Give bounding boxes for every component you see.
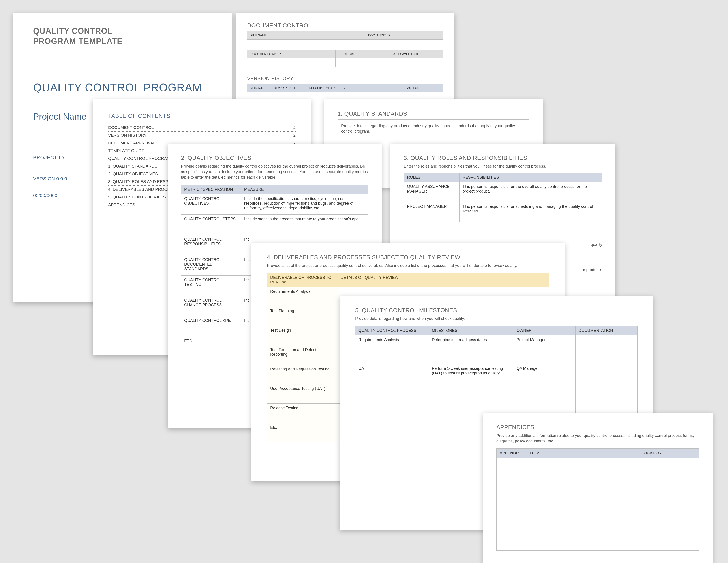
table-row [497, 504, 699, 520]
table-row [497, 489, 699, 504]
appendices-desc: Provide any additional information relat… [496, 433, 699, 444]
th-vh-desc: DESCRIPTION OF CHANGE [306, 84, 404, 92]
th-measure: MEASURE [241, 185, 368, 194]
th-milestone: OWNER [513, 326, 575, 336]
roles-title: 3. QUALITY ROLES AND RESPONSIBILITIES [404, 154, 602, 161]
table-row [497, 458, 699, 473]
cover-title-line1: QUALITY CONTROL [33, 26, 212, 36]
th-vh-author: AUTHOR [404, 84, 443, 92]
th-resp: RESPONSIBILITIES [459, 173, 602, 182]
th-roles: ROLES [404, 173, 460, 182]
th-appendix: ITEM [527, 449, 638, 458]
table-row: QUALITY ASSURANCE MANAGERThis person is … [404, 182, 602, 202]
table-row: QUALITY CONTROL STEPSInclude steps in th… [181, 214, 368, 235]
objectives-desc: Provide details regarding the quality co… [181, 164, 368, 180]
th-doc-id: DOCUMENT ID [365, 31, 443, 39]
doc-control-table-2: DOCUMENT OWNER ISSUE DATE LAST SAVED DAT… [247, 50, 443, 67]
appendices-table: APPENDIXITEMLOCATION [496, 448, 699, 551]
table-row [497, 473, 699, 489]
cover-heading: QUALITY CONTROL PROGRAM [33, 81, 212, 94]
cover-title-line2: PROGRAM TEMPLATE [33, 37, 212, 46]
th-owner: DOCUMENT OWNER [247, 50, 336, 58]
th-issue: ISSUE DATE [336, 50, 388, 58]
roles-desc: Enter the roles and responsibilities tha… [404, 164, 602, 169]
doc-control-table-1: FILE NAME DOCUMENT ID [247, 31, 443, 48]
deliverables-desc: Provide a list of the project or product… [267, 263, 549, 268]
th-saved: LAST SAVED DATE [388, 50, 443, 58]
th-del-1: DELIVERABLE OR PROCESS TO REVIEW [267, 273, 338, 287]
th-del-2: DETAILS OF QUALITY REVIEW [338, 273, 549, 287]
milestones-desc: Provide details regarding how and when y… [355, 316, 638, 322]
toc-item: VERSION HISTORY2 [108, 132, 296, 139]
toc-item: DOCUMENT CONTROL2 [108, 124, 296, 132]
table-row: UATPerform 1-week user acceptance testin… [355, 364, 638, 393]
table-row: QUALITY CONTROL OBJECTIVESInclude the sp… [181, 194, 368, 214]
standards-title: 1. QUALITY STANDARDS [338, 110, 529, 117]
th-vh-revdate: REVISION DATE [271, 84, 306, 92]
table-row: Requirements AnalysisDetermine test read… [355, 336, 638, 364]
th-appendix: LOCATION [638, 449, 699, 458]
th-file-name: FILE NAME [247, 31, 365, 39]
table-row [497, 520, 699, 535]
doc-control-title: DOCUMENT CONTROL [247, 22, 443, 29]
th-vh-version: VERSION [247, 84, 271, 92]
milestones-title: 5. QUALITY CONTROL MILESTONES [355, 307, 638, 314]
roles-table: ROLES RESPONSIBILITIES QUALITY ASSURANCE… [404, 173, 602, 222]
table-row: PROJECT MANAGERThis person is responsibl… [404, 202, 602, 222]
th-metric: METRIC / SPECIFICATION [181, 185, 241, 194]
toc-title: TABLE OF CONTENTS [108, 113, 296, 119]
th-milestone: MILESTONES [429, 326, 513, 336]
appendices-title: APPENDICES [496, 424, 699, 431]
objectives-title: 2. QUALITY OBJECTIVES [181, 154, 368, 161]
th-appendix: APPENDIX [497, 449, 527, 458]
version-history-title: VERSION HISTORY [247, 76, 443, 81]
th-milestone: QUALITY CONTROL PROCESS [355, 326, 429, 336]
th-milestone: DOCUMENTATION [575, 326, 637, 336]
page-appendices: APPENDICES Provide any additional inform… [483, 413, 713, 563]
deliverables-title: 4. DELIVERABLES AND PROCESSES SUBJECT TO… [267, 254, 549, 261]
version-history-table: VERSION REVISION DATE DESCRIPTION OF CHA… [247, 84, 443, 98]
standards-desc: Provide details regarding any product or… [341, 123, 526, 134]
table-row [497, 535, 699, 551]
